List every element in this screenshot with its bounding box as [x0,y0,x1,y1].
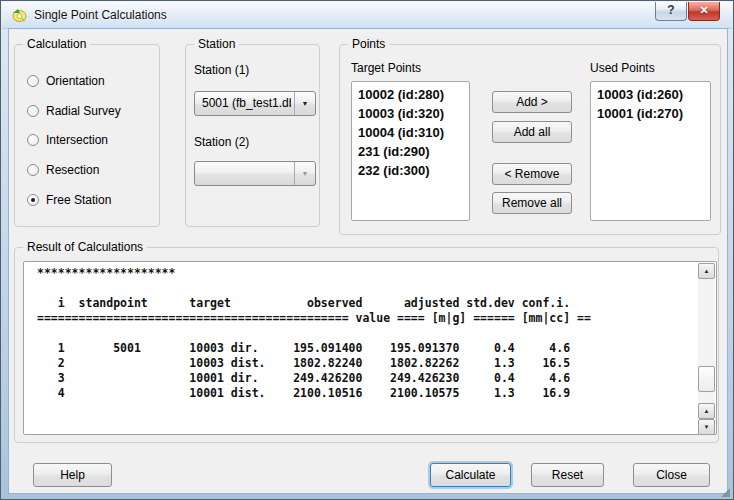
scrollbar-thumb[interactable] [698,366,715,392]
scroll-up-button-bottom[interactable]: ▲ [698,403,715,419]
scroll-down-button[interactable]: ▼ [698,419,715,435]
calculation-group: Calculation Orientation Radial Survey In… [14,44,160,227]
points-group: Points Target Points 10002 (id:280) 1000… [339,44,721,235]
station1-value: 5001 (fb_test1.dbf: [202,96,291,110]
app-icon [11,7,27,23]
arrow-up-icon: ▲ [704,408,710,414]
chevron-down-icon: ▼ [294,162,315,185]
radio-icon [27,75,39,87]
radio-label: Free Station [46,193,111,207]
results-line [37,281,694,296]
list-item[interactable]: 10003 (id:260) [597,85,710,104]
close-button[interactable]: Close [633,463,710,487]
remove-all-button[interactable]: Remove all [492,192,572,214]
points-group-caption: Points [348,37,389,51]
window-title: Single Point Calculations [34,8,167,22]
results-line: ******************** [37,266,694,281]
station-group-caption: Station [194,37,239,51]
list-item[interactable]: 10004 (id:310) [358,123,469,142]
dialog-body: Calculation Orientation Radial Survey In… [8,28,728,494]
radio-icon [27,134,39,146]
station1-label: Station (1) [194,63,249,77]
radio-icon [27,164,39,176]
calculate-button[interactable]: Calculate [430,463,511,487]
radio-intersection[interactable]: Intersection [27,132,108,148]
results-text: ******************** i standpoint target… [37,266,694,401]
radio-label: Resection [46,163,99,177]
radio-resection[interactable]: Resection [27,162,99,178]
target-points-label: Target Points [351,61,421,75]
used-points-list[interactable]: 10003 (id:260) 10001 (id:270) [590,81,711,221]
radio-label: Intersection [46,133,108,147]
dialog-window: Single Point Calculations ? ✕ Calculatio… [0,0,734,500]
used-points-label: Used Points [590,61,655,75]
station1-combobox[interactable]: 5001 (fb_test1.dbf: ▼ [194,91,316,116]
list-item[interactable]: 232 (id:300) [358,161,469,180]
remove-button[interactable]: < Remove [492,163,572,185]
chevron-down-icon[interactable]: ▼ [294,92,315,115]
radio-icon [27,194,39,206]
station-group: Station Station (1) 5001 (fb_test1.dbf: … [185,44,320,227]
results-group-caption: Result of Calculations [23,240,147,254]
radio-free-station[interactable]: Free Station [27,192,111,208]
radio-radial-survey[interactable]: Radial Survey [27,103,121,119]
titlebar-close-button[interactable]: ✕ [688,2,720,21]
results-group: Result of Calculations *****************… [14,247,719,443]
question-icon: ? [667,3,674,17]
results-textarea[interactable]: ******************** i standpoint target… [23,261,717,435]
add-all-button[interactable]: Add all [492,121,572,143]
arrow-down-icon: ▼ [704,424,710,430]
list-item[interactable]: 10003 (id:320) [358,104,469,123]
results-line: ========================================… [37,311,694,326]
station2-combobox[interactable]: ▼ [194,161,316,186]
radio-orientation[interactable]: Orientation [27,73,105,89]
target-points-list[interactable]: 10002 (id:280) 10003 (id:320) 10004 (id:… [351,81,470,221]
list-item[interactable]: 10001 (id:270) [597,104,710,123]
reset-button[interactable]: Reset [531,463,604,487]
resize-grip[interactable] [721,488,730,497]
results-line [37,326,694,341]
radio-label: Radial Survey [46,104,121,118]
scroll-up-button[interactable]: ▲ [698,263,715,279]
add-button[interactable]: Add > [492,91,572,113]
radio-icon [27,105,39,117]
results-line: 3 10001 dir. 249.426200 249.426230 0.4 4… [37,371,694,386]
radio-label: Orientation [46,74,105,88]
title-bar[interactable]: Single Point Calculations ? ✕ [2,2,732,29]
list-item[interactable]: 231 (id:290) [358,142,469,161]
results-line: 2 10003 dist. 1802.82240 1802.82262 1.3 … [37,356,694,371]
station2-label: Station (2) [194,135,249,149]
vertical-scrollbar[interactable]: ▲ ▲ ▼ [698,263,715,433]
calculation-group-caption: Calculation [23,37,90,51]
results-line: i standpoint target observed adjusted st… [37,296,694,311]
close-icon: ✕ [699,4,708,16]
arrow-up-icon: ▲ [704,268,710,274]
titlebar-help-button[interactable]: ? [655,2,687,21]
results-line: 4 10001 dist. 2100.10516 2100.10575 1.3 … [37,386,694,401]
results-line: 1 5001 10003 dir. 195.091400 195.091370 … [37,341,694,356]
list-item[interactable]: 10002 (id:280) [358,85,469,104]
help-button[interactable]: Help [33,463,112,487]
